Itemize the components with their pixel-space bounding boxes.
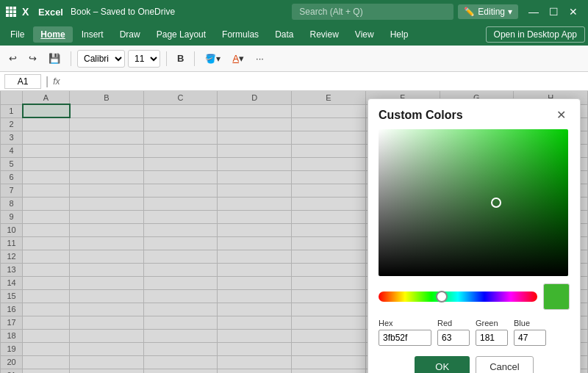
menu-insert[interactable]: Insert [74,26,111,43]
ok-button[interactable]: OK [415,356,470,373]
hex-input[interactable] [379,330,431,346]
menu-home[interactable]: Home [33,26,72,43]
color-inputs: Hex Red Green Blue [379,319,570,346]
open-desktop-button[interactable]: Open in Desktop App [486,26,585,43]
toolbar-separator-2 [166,51,167,66]
color-preview-swatch [543,283,570,310]
window-controls: — ☐ ✕ [524,4,582,19]
toolbar-separator-3 [194,51,195,66]
app-title: Excel [38,7,63,18]
hue-row [379,283,570,310]
green-label: Green [476,319,508,327]
excel-logo: X [22,6,34,18]
font-color-icon: A [232,53,239,64]
close-button[interactable]: ✕ [564,4,582,19]
hue-slider[interactable] [379,291,537,302]
fx-label: fx [53,76,60,87]
restore-button[interactable]: ☐ [545,4,563,19]
menu-help[interactable]: Help [383,26,416,43]
blue-input-group: Blue [514,319,546,346]
search-input[interactable] [292,4,453,20]
file-title: Book – Saved to OneDrive [71,7,287,17]
dialog-buttons: OK Cancel [379,356,570,373]
hex-label: Hex [379,319,431,327]
green-input-group: Green [476,319,508,346]
dialog-close-button[interactable]: ✕ [553,106,570,123]
font-size-selector[interactable]: 11 [128,50,160,68]
toolbar: ↩ ↪ 💾 Calibri 11 B 🪣▾ A▾ ··· [0,46,588,72]
editing-button[interactable]: ✏️ Editing ▾ [458,4,518,19]
blue-input[interactable] [514,330,546,346]
title-right: ✏️ Editing ▾ — ☐ ✕ [458,4,582,19]
dialog-header: Custom Colors ✕ [368,99,580,129]
cell-reference-input[interactable] [4,74,41,89]
hue-slider-thumb [436,291,448,303]
undo-button[interactable]: ↩ [4,50,21,67]
menu-view[interactable]: View [348,26,381,43]
spreadsheet-container: A B C D E F G H 123456789101112131415161… [0,91,588,373]
font-color-button[interactable]: A▾ [228,50,248,67]
menu-page-layout[interactable]: Page Layout [149,26,213,43]
menu-formulas[interactable]: Formulas [215,26,266,43]
fill-color-icon: 🪣▾ [205,54,220,64]
green-input[interactable] [476,330,508,346]
cancel-button[interactable]: Cancel [476,356,533,373]
menu-file[interactable]: File [3,26,32,43]
more-button[interactable]: ··· [251,50,268,67]
formula-bar: | fx [0,72,588,91]
red-input-group: Red [437,319,470,346]
color-gradient-dark-overlay [379,129,568,276]
hex-input-group: Hex [379,319,431,346]
minimize-button[interactable]: — [524,4,543,19]
menu-draw[interactable]: Draw [112,26,148,43]
blue-label: Blue [514,319,546,327]
red-input[interactable] [437,330,470,346]
menu-data[interactable]: Data [268,26,301,43]
custom-colors-dialog: Custom Colors ✕ [368,98,581,373]
font-selector[interactable]: Calibri [77,50,125,68]
fill-color-button[interactable]: 🪣▾ [201,50,225,67]
toolbar-separator-1 [71,51,71,66]
bold-button[interactable]: B [173,50,188,67]
color-picker-canvas[interactable] [379,129,568,276]
menu-bar: File Home Insert Draw Page Layout Formul… [0,23,588,46]
menu-review[interactable]: Review [302,26,345,43]
title-bar: X Excel Book – Saved to OneDrive ✏️ Edit… [0,0,588,23]
dialog-title: Custom Colors [379,109,463,122]
redo-button[interactable]: ↪ [24,50,41,67]
dialog-overlay: Custom Colors ✕ [0,91,588,373]
formula-separator: | [46,75,49,88]
dialog-body: Hex Red Green Blue [368,129,580,373]
save-button[interactable]: 💾 [44,50,65,67]
app-grid-icon[interactable] [6,7,18,17]
red-label: Red [437,319,470,327]
